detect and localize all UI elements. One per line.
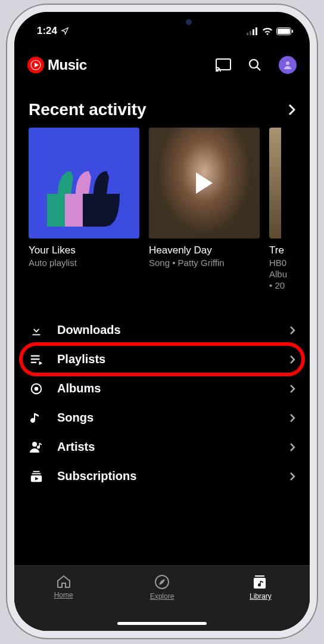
library-item-playlists[interactable]: Playlists bbox=[23, 345, 301, 374]
peek-thumbnail bbox=[269, 128, 281, 239]
playlist-icon bbox=[30, 354, 43, 366]
recent-carousel[interactable]: Your Likes Auto playlist Heavenly Day So… bbox=[14, 128, 310, 290]
svg-rect-3 bbox=[256, 27, 257, 35]
your-likes-thumbnail bbox=[29, 128, 139, 239]
heavenly-day-thumbnail bbox=[149, 128, 260, 239]
card-subtitle: Auto playlist bbox=[29, 258, 139, 268]
app-header: Music bbox=[14, 43, 310, 80]
app-logo[interactable]: Music bbox=[27, 57, 210, 73]
svg-rect-2 bbox=[253, 29, 254, 35]
download-icon bbox=[30, 324, 43, 337]
library-list: Downloads Playlists Albums Songs bbox=[14, 315, 310, 491]
play-icon bbox=[196, 172, 213, 194]
tab-label: Home bbox=[54, 591, 73, 599]
card-subtitle: HB0 bbox=[269, 258, 286, 268]
card-title: Tre bbox=[269, 244, 286, 256]
home-icon bbox=[56, 574, 71, 589]
thumbs-stack-icon bbox=[36, 143, 132, 239]
recent-card-heavenly-day[interactable]: Heavenly Day Song • Patty Griffin bbox=[149, 128, 260, 290]
library-item-albums[interactable]: Albums bbox=[23, 374, 301, 403]
card-subtitle: Song • Patty Griffin bbox=[149, 258, 260, 268]
svg-rect-15 bbox=[31, 361, 36, 363]
person-icon bbox=[283, 60, 292, 70]
tab-label: Explore bbox=[150, 592, 175, 600]
library-label: Songs bbox=[57, 411, 276, 425]
svg-rect-6 bbox=[292, 30, 293, 33]
tab-label: Library bbox=[250, 592, 272, 600]
svg-rect-1 bbox=[250, 31, 251, 35]
svg-rect-13 bbox=[31, 355, 40, 356]
chevron-right-icon bbox=[289, 326, 295, 335]
library-icon bbox=[253, 574, 268, 590]
chevron-right-icon bbox=[289, 442, 295, 452]
library-item-downloads[interactable]: Downloads bbox=[23, 315, 301, 345]
youtube-music-logo-icon bbox=[27, 57, 44, 73]
library-item-songs[interactable]: Songs bbox=[23, 403, 301, 432]
tab-explore[interactable]: Explore bbox=[113, 566, 211, 631]
compass-icon bbox=[154, 574, 170, 590]
card-line4: • 20 bbox=[269, 280, 286, 290]
library-label: Subscriptions bbox=[57, 469, 276, 483]
chevron-right-icon bbox=[288, 104, 295, 116]
status-time-group: 1:24 bbox=[37, 25, 69, 37]
recent-card-your-likes[interactable]: Your Likes Auto playlist bbox=[29, 128, 139, 290]
tab-library[interactable]: Library bbox=[211, 566, 310, 631]
library-label: Playlists bbox=[57, 352, 276, 366]
search-icon[interactable] bbox=[248, 58, 262, 72]
cast-icon[interactable] bbox=[216, 58, 231, 72]
tab-home[interactable]: Home bbox=[14, 566, 113, 631]
avatar[interactable] bbox=[279, 56, 297, 74]
location-icon bbox=[61, 27, 69, 35]
chevron-right-icon bbox=[289, 355, 295, 364]
svg-rect-24 bbox=[254, 578, 266, 589]
svg-rect-0 bbox=[247, 33, 248, 35]
card-title: Heavenly Day bbox=[149, 244, 260, 256]
home-indicator[interactable] bbox=[117, 622, 207, 625]
battery-icon bbox=[276, 27, 293, 35]
svg-rect-19 bbox=[33, 470, 40, 472]
album-icon bbox=[30, 382, 43, 395]
recent-activity-title: Recent activity bbox=[29, 100, 147, 119]
recent-card-peek[interactable]: Tre HB0 Albu • 20 bbox=[269, 128, 286, 290]
svg-rect-14 bbox=[31, 358, 40, 360]
svg-point-11 bbox=[250, 60, 258, 68]
recent-activity-header[interactable]: Recent activity bbox=[14, 80, 310, 128]
card-title: Your Likes bbox=[29, 244, 139, 256]
music-note-icon bbox=[30, 411, 42, 425]
svg-point-17 bbox=[35, 387, 38, 390]
subscriptions-icon bbox=[30, 470, 43, 483]
svg-rect-23 bbox=[255, 575, 264, 577]
chevron-right-icon bbox=[289, 384, 295, 394]
svg-rect-5 bbox=[278, 29, 290, 34]
svg-point-10 bbox=[216, 70, 217, 72]
app-name: Music bbox=[48, 57, 87, 73]
chevron-right-icon bbox=[289, 413, 295, 423]
phone-frame: 1:24 Music Re bbox=[7, 5, 317, 638]
svg-point-12 bbox=[286, 61, 289, 65]
bottom-tab-bar: Home Explore Library bbox=[14, 565, 310, 631]
library-label: Downloads bbox=[57, 323, 276, 337]
svg-point-18 bbox=[32, 442, 37, 447]
screen: 1:24 Music Re bbox=[14, 12, 310, 631]
chevron-right-icon bbox=[289, 472, 295, 481]
svg-rect-20 bbox=[32, 473, 41, 474]
library-item-subscriptions[interactable]: Subscriptions bbox=[23, 462, 301, 491]
status-time: 1:24 bbox=[37, 25, 57, 37]
cell-signal-icon bbox=[247, 27, 258, 35]
library-item-artists[interactable]: Artists bbox=[23, 432, 301, 462]
device-notch bbox=[99, 12, 225, 32]
library-label: Artists bbox=[57, 440, 276, 454]
library-label: Albums bbox=[57, 382, 276, 395]
card-line3: Albu bbox=[269, 269, 286, 279]
artist-icon bbox=[29, 441, 43, 454]
wifi-icon bbox=[262, 27, 273, 35]
